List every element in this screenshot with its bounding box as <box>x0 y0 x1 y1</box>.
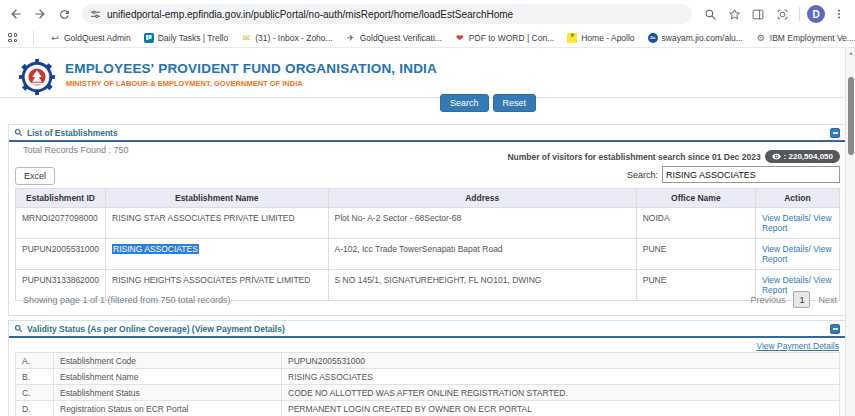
bookmark-label: Daily Tasks | Trello <box>158 33 229 43</box>
validity-row: B.Establishment NameRISING ASSOCIATES <box>16 369 840 385</box>
table-cell: PUPUN2005531000 <box>16 239 106 270</box>
refresh-icon[interactable] <box>54 4 74 24</box>
search-icon <box>14 324 23 333</box>
view-payment-details-link[interactable]: View Payment Details <box>756 341 839 351</box>
table-cell: NOIDA <box>636 208 755 239</box>
epfo-logo-icon <box>18 58 56 96</box>
row-value: PERMANENT LOGIN CREATED BY OWNER ON ECR … <box>282 401 840 416</box>
row-label: Establishment Status <box>54 385 282 401</box>
table-cell: PUNE <box>636 270 755 301</box>
validity-table: A.Establishment CodePUPUN2005531000B.Est… <box>15 352 840 416</box>
eye-icon <box>772 153 781 160</box>
pagination: Previous 1 Next <box>750 291 837 308</box>
column-header[interactable]: Establishment ID <box>16 189 106 208</box>
table-cell: Plot No- A-2 Sector - 68Sector-68 <box>328 208 636 239</box>
forward-icon[interactable] <box>30 4 50 24</box>
view-details-link[interactable]: View Details/ View Report <box>762 244 832 264</box>
bookmark-label: GoldQuest Admin <box>64 33 131 43</box>
goldquest-favicon-icon: ↩ <box>50 33 60 43</box>
row-letter: C. <box>16 385 54 401</box>
scrollbar-thumb[interactable] <box>848 77 854 155</box>
header-divider <box>0 97 855 98</box>
verify-favicon-icon: ✈ <box>346 33 356 43</box>
bookmark-item[interactable]: ❤PDF to WORD | Con... <box>455 33 554 43</box>
browser-menu-icon[interactable] <box>829 4 849 24</box>
row-label: Registration Status on ECR Portal <box>54 401 282 416</box>
list-of-establishments-panel: List of Establishments Total Records Fou… <box>8 124 846 316</box>
site-settings-icon[interactable] <box>90 9 101 20</box>
search-icon <box>14 128 23 137</box>
bookmark-item[interactable]: swayam.jio.com/alu... <box>648 33 743 43</box>
bookmark-item[interactable]: ✉(31) - Inbox - Zoho... <box>241 33 332 43</box>
visitors-label: Number of visitors for establishment sea… <box>507 152 760 162</box>
zoom-search-icon[interactable] <box>700 4 720 24</box>
list-panel-title: List of Establishments <box>14 128 118 138</box>
bookmark-item[interactable]: ✈GoldQuest Verificati... <box>346 33 442 43</box>
url-text[interactable]: unifiedportal-emp.epfindia.gov.in/public… <box>107 9 513 20</box>
jio-favicon-icon <box>648 33 658 43</box>
row-value: RISING ASSOCIATES <box>282 369 840 385</box>
bookmark-item[interactable]: ⚙IBM Employment Ve... <box>756 33 854 43</box>
row-label: Establishment Name <box>54 369 282 385</box>
table-cell: PUNE <box>636 239 755 270</box>
row-value: PUPUN2005531000 <box>282 353 840 369</box>
row-value: CODE NO ALLOTTED WAS AFTER ONLINE REGIST… <box>282 385 840 401</box>
view-details-link[interactable]: View Details/ View Report <box>762 213 832 233</box>
bookmark-label: GoldQuest Verificati... <box>360 33 442 43</box>
column-header[interactable]: Address <box>328 189 636 208</box>
side-panel-icon[interactable] <box>748 4 768 24</box>
selected-text: RISING ASSOCIATES <box>112 244 199 254</box>
vertical-scrollbar[interactable]: ▲ <box>845 48 855 416</box>
page-number-button[interactable]: 1 <box>793 291 810 308</box>
list-panel-header: List of Establishments <box>9 125 845 142</box>
bookmarks-bar: ↩GoldQuest AdminDaily Tasks | Trello✉(31… <box>0 28 855 48</box>
profile-avatar[interactable]: D <box>807 5 825 23</box>
validity-status-panel: Validity Status (As per Online Coverage)… <box>8 320 846 416</box>
excel-export-button[interactable]: Excel <box>15 167 55 185</box>
scrollbar-up-arrow[interactable]: ▲ <box>847 50 855 56</box>
search-button[interactable]: Search <box>440 94 489 112</box>
table-search-input[interactable] <box>662 166 840 183</box>
bookmark-label: (31) - Inbox - Zoho... <box>255 33 332 43</box>
previous-page-button[interactable]: Previous <box>750 295 785 305</box>
collapse-icon[interactable] <box>830 128 840 138</box>
address-bar[interactable]: unifiedportal-emp.epfindia.gov.in/public… <box>82 4 692 24</box>
column-header[interactable]: Office Name <box>636 189 755 208</box>
validity-row: C.Establishment StatusCODE NO ALLOTTED W… <box>16 385 840 401</box>
apps-grid-icon[interactable] <box>8 33 17 42</box>
validity-panel-header: Validity Status (As per Online Coverage)… <box>9 321 845 338</box>
toolbar-divider <box>799 7 800 21</box>
ibm-favicon-icon: ⚙ <box>756 33 766 43</box>
action-cell: View Details/ View Report <box>755 208 839 239</box>
showing-text: Showing page 1 of 1 (filtered from 750 t… <box>23 295 231 305</box>
trello-favicon-icon <box>144 33 154 43</box>
table-row: MRNOI2077098000RISING STAR ASSOCIATES PR… <box>16 208 840 239</box>
zoho-favicon-icon: ✉ <box>241 33 251 43</box>
total-records-text: Total Records Found : 750 <box>23 145 129 155</box>
table-cell: A-102, Icc Trade TowerSenapati Bapat Roa… <box>328 239 636 270</box>
row-letter: A. <box>16 353 54 369</box>
table-row: PUPUN2005531000RISING ASSOCIATESA-102, I… <box>16 239 840 270</box>
visitors-badge: : 220,504,050 <box>765 150 840 163</box>
row-letter: D. <box>16 401 54 416</box>
action-cell: View Details/ View Report <box>755 239 839 270</box>
bookmark-star-icon[interactable] <box>724 4 744 24</box>
next-page-button[interactable]: Next <box>818 295 837 305</box>
back-icon[interactable] <box>6 4 26 24</box>
collapse-icon[interactable] <box>830 324 840 334</box>
bookmark-item[interactable]: Daily Tasks | Trello <box>144 33 229 43</box>
visitors-counter: Number of visitors for establishment sea… <box>507 150 840 163</box>
lens-icon[interactable] <box>772 4 792 24</box>
row-letter: B. <box>16 369 54 385</box>
validity-row: D.Registration Status on ECR PortalPERMA… <box>16 401 840 416</box>
table-header-row: Establishment IDEstablishment NameAddres… <box>16 189 840 208</box>
column-header[interactable]: Establishment Name <box>106 189 329 208</box>
bookmark-item[interactable]: ↩GoldQuest Admin <box>50 33 131 43</box>
bookmark-item[interactable]: *Home - Apollo <box>567 33 634 43</box>
column-header[interactable]: Action <box>755 189 839 208</box>
validity-panel-title: Validity Status (As per Online Coverage)… <box>14 324 285 334</box>
table-cell: RISING ASSOCIATES <box>106 239 329 270</box>
reset-button[interactable]: Reset <box>493 94 537 112</box>
heart-favicon-icon: ❤ <box>455 33 465 43</box>
row-label: Establishment Code <box>54 353 282 369</box>
